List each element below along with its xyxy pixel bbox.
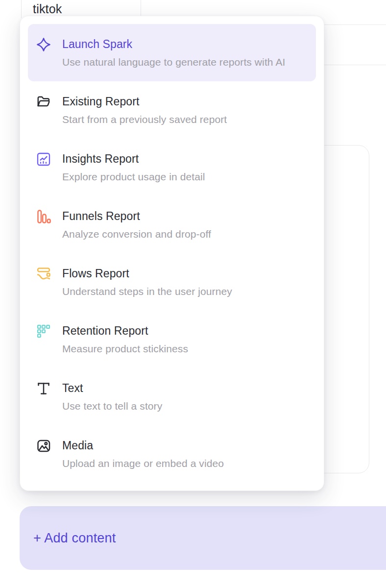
media-icon — [36, 438, 51, 454]
menu-item-title: Existing Report — [62, 94, 308, 109]
menu-item-title: Text — [62, 381, 308, 395]
background-text-block: tiktok — [33, 2, 62, 16]
menu-item-title: Funnels Report — [62, 209, 308, 223]
add-content-menu: Launch Spark Use natural language to gen… — [20, 16, 324, 491]
menu-item-funnels-report[interactable]: Funnels Report Analyze conversion and dr… — [28, 196, 316, 253]
flows-icon — [36, 266, 51, 282]
menu-item-retention-report[interactable]: Retention Report Measure product stickin… — [28, 311, 316, 368]
menu-item-insights-report[interactable]: Insights Report Explore product usage in… — [28, 139, 316, 196]
menu-item-flows-report[interactable]: Flows Report Understand steps in the use… — [28, 253, 316, 311]
menu-item-text[interactable]: Text Use text to tell a story — [28, 368, 316, 425]
menu-item-description: Analyze conversion and drop-off — [62, 227, 297, 241]
menu-item-title: Retention Report — [62, 323, 308, 338]
menu-item-description: Upload an image or embed a video — [62, 457, 297, 470]
menu-item-existing-report[interactable]: Existing Report Start from a previously … — [28, 81, 316, 139]
menu-item-description: Start from a previously saved report — [62, 113, 297, 126]
text-icon — [36, 381, 51, 396]
menu-item-title: Media — [62, 438, 308, 453]
funnel-bars-icon — [36, 209, 51, 224]
folder-icon — [36, 94, 51, 110]
menu-item-description: Use text to tell a story — [62, 399, 297, 413]
menu-item-media[interactable]: Media Upload an image or embed a video — [28, 425, 316, 483]
background-divider-left — [21, 0, 22, 18]
menu-item-description: Use natural language to generate reports… — [62, 55, 297, 69]
spark-icon — [36, 37, 51, 52]
menu-item-launch-spark[interactable]: Launch Spark Use natural language to gen… — [28, 24, 316, 81]
menu-item-description: Understand steps in the user journey — [62, 285, 297, 298]
insights-chart-icon — [36, 151, 51, 167]
menu-item-description: Measure product stickiness — [62, 342, 297, 355]
menu-item-title: Launch Spark — [62, 37, 308, 51]
add-content-button[interactable]: + Add content — [20, 506, 386, 570]
menu-item-title: Flows Report — [62, 266, 308, 281]
menu-item-description: Explore product usage in detail — [62, 170, 297, 183]
menu-item-title: Insights Report — [62, 151, 308, 166]
retention-grid-icon — [36, 323, 51, 339]
add-content-label: + Add content — [33, 531, 116, 546]
